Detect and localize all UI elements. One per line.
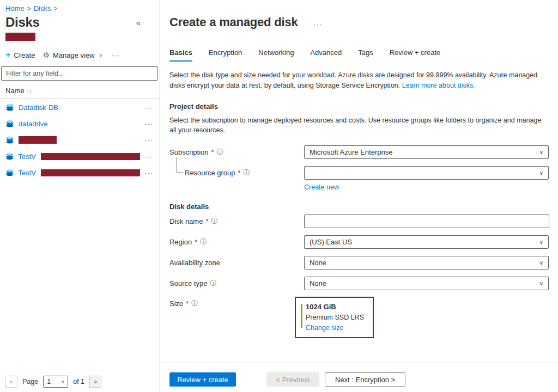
tab-advanced[interactable]: Advanced [310, 48, 342, 62]
disks-list-blade: Home>Disks> Disks « + Create ⚙ Manage vi… [0, 0, 159, 392]
name-column-header[interactable]: Name ↑↓ [0, 81, 159, 99]
breadcrumb: Home>Disks> [0, 0, 159, 14]
plus-icon: + [5, 51, 10, 59]
table-row[interactable]: Datadisk-DB ··· [0, 99, 159, 115]
size-row: Size * ⓘ 1024 GiB Premium SSD LRS Change… [169, 297, 549, 338]
blade-more-button[interactable]: ··· [313, 20, 323, 28]
chevron-down-icon: ∨ [539, 149, 543, 155]
disk-name-input[interactable] [304, 215, 549, 228]
region-value: (US) East US [310, 238, 352, 246]
source-type-label: Source type [169, 279, 207, 287]
size-label: Size [169, 299, 183, 308]
region-row: Region * ⓘ (US) East US ∨ [169, 235, 549, 249]
blade-title: Create a managed disk [169, 15, 298, 29]
chevron-down-icon: ∨ [99, 52, 103, 58]
page-label: Page [22, 378, 38, 385]
page-number-value: 1 [47, 378, 51, 385]
next-encryption-button[interactable]: Next : Encryption > [325, 372, 405, 387]
review-create-button[interactable]: Review + create [169, 372, 236, 387]
gear-icon: ⚙ [43, 51, 50, 59]
disk-name-link[interactable]: datadrive [19, 120, 47, 128]
learn-more-link[interactable]: Learn more about disks. [402, 82, 475, 89]
disk-name-link[interactable]: TestV [18, 152, 36, 161]
page-count-label: of 1 [73, 378, 84, 385]
disks-toolbar: + Create ⚙ Manage view ∨ ··· [0, 42, 159, 59]
previous-page-button[interactable]: < [5, 376, 17, 388]
required-asterisk: * [238, 169, 241, 177]
disk-name-row: Disk name * ⓘ [169, 214, 549, 228]
wizard-footer: Review + create < Previous Next : Encryp… [169, 372, 405, 387]
resource-group-dropdown[interactable]: ∨ [304, 166, 549, 180]
row-more-button[interactable]: ··· [144, 103, 154, 112]
breadcrumb-separator: > [27, 5, 31, 13]
resource-group-label: Resource group [185, 169, 235, 177]
row-more-button[interactable]: ··· [144, 169, 154, 177]
toolbar-more-button[interactable]: ··· [111, 51, 121, 59]
sort-icon: ↑↓ [27, 88, 32, 94]
create-button[interactable]: + Create [5, 51, 35, 59]
tab-bar: Basics Encryption Networking Advanced Ta… [169, 48, 549, 62]
region-dropdown[interactable]: (US) East US ∨ [304, 235, 549, 249]
chevron-down-icon: ∨ [539, 239, 543, 245]
previous-button[interactable]: < Previous [266, 372, 319, 387]
size-sku: Premium SSD LRS [306, 314, 364, 321]
info-icon[interactable]: ⓘ [217, 148, 223, 157]
table-row[interactable]: ··· [0, 132, 159, 148]
row-more-button[interactable]: ··· [144, 120, 154, 128]
create-button-label: Create [14, 51, 35, 59]
row-more-button[interactable]: ··· [144, 136, 154, 144]
intro-text: Select the disk type and size needed for… [169, 70, 548, 91]
page-number-select[interactable]: 1 ∨ [43, 376, 68, 388]
manage-view-label: Manage view [53, 51, 95, 59]
info-icon[interactable]: ⓘ [211, 217, 217, 226]
resource-group-row: Resource group * ⓘ ∨ [169, 166, 549, 180]
manage-view-button[interactable]: ⚙ Manage view ∨ [43, 51, 102, 59]
required-asterisk: * [205, 217, 208, 225]
tab-review-create[interactable]: Review + create [390, 48, 441, 62]
row-more-button[interactable]: ··· [144, 152, 154, 161]
create-managed-disk-blade: Create a managed disk ··· Basics Encrypt… [159, 0, 558, 392]
breadcrumb-separator: > [53, 5, 57, 13]
info-icon[interactable]: ⓘ [210, 279, 216, 288]
page-title: Disks [5, 15, 40, 30]
tab-basics[interactable]: Basics [169, 48, 192, 62]
table-row[interactable]: TestV ··· [0, 164, 159, 181]
source-type-dropdown[interactable]: None ∨ [304, 277, 549, 290]
tab-encryption[interactable]: Encryption [209, 48, 242, 62]
subscription-label: Subscription [169, 148, 209, 156]
chevron-down-icon: ∨ [539, 170, 543, 176]
info-icon[interactable]: ⓘ [191, 299, 198, 308]
disk-icon [5, 168, 14, 177]
subscription-value: Microsoft Azure Enterprise [310, 148, 392, 156]
required-asterisk: * [195, 238, 197, 246]
tab-networking[interactable]: Networking [258, 48, 294, 62]
next-page-button[interactable]: > [89, 376, 101, 388]
breadcrumb-home-link[interactable]: Home [5, 4, 25, 13]
tab-tags[interactable]: Tags [358, 48, 373, 62]
breadcrumb-disks-link[interactable]: Disks [34, 4, 51, 13]
filter-input[interactable] [1, 66, 158, 81]
info-icon[interactable]: ⓘ [244, 168, 250, 177]
availability-zone-label: Availability zone [169, 259, 220, 267]
change-size-link[interactable]: Change size [306, 324, 344, 332]
project-details-description: Select the subscription to manage deploy… [169, 115, 549, 136]
region-label: Region [169, 238, 192, 246]
chevron-down-icon: ∨ [61, 379, 64, 384]
disk-name-link[interactable]: TestV [18, 169, 36, 177]
table-row[interactable]: datadrive ··· [0, 115, 159, 132]
source-type-value: None [310, 279, 326, 287]
redacted-disk-name [41, 153, 140, 160]
size-highlight-box: 1024 GiB Premium SSD LRS Change size [295, 297, 374, 338]
disk-name-link[interactable]: Datadisk-DB [19, 103, 58, 112]
subscription-row: Subscription * ⓘ Microsoft Azure Enterpr… [169, 145, 549, 159]
required-asterisk: * [186, 299, 189, 308]
create-new-link[interactable]: Create new [304, 183, 339, 191]
disk-icon [5, 103, 14, 112]
subscription-dropdown[interactable]: Microsoft Azure Enterprise ∨ [304, 145, 549, 159]
info-icon[interactable]: ⓘ [200, 237, 207, 247]
intro-body: Select the disk type and size needed for… [169, 71, 537, 89]
table-row[interactable]: TestV ··· [0, 148, 159, 164]
collapse-panel-icon[interactable]: « [136, 18, 141, 27]
disk-name-label: Disk name [169, 217, 203, 225]
availability-zone-dropdown[interactable]: None ∨ [304, 256, 549, 270]
